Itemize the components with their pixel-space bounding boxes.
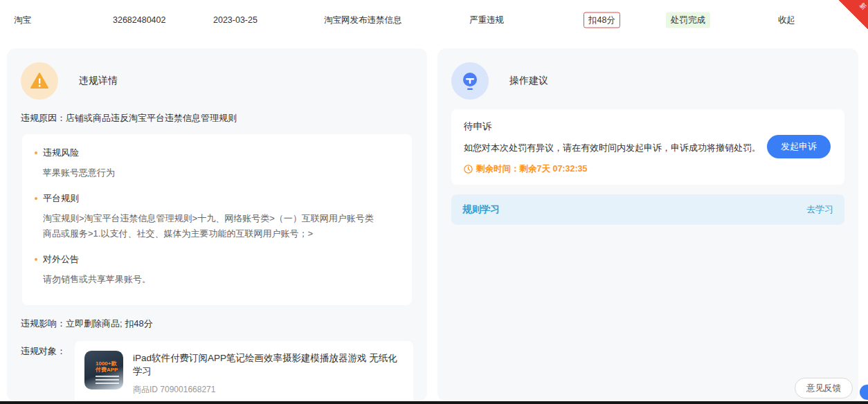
new-ribbon-label: 新 <box>858 1 868 12</box>
platform-rule-section: 平台规则 淘宝规则>淘宝平台违禁信息管理规则>十九、网络账号类>（一）互联网用户… <box>35 192 399 241</box>
appeal-description: 如您对本次处罚有异议，请在有效时间内发起申诉，申诉成功将撤销处罚。 <box>464 141 768 155</box>
appeal-countdown: 剩余时间： 剩余7天 07:32:35 <box>464 163 832 175</box>
bullet-dot-icon <box>35 258 37 261</box>
violation-detail-panel: 违规详情 违规原因：店铺或商品违反淘宝平台违禁信息管理规则 违规风险 苹果账号恶… <box>7 48 427 401</box>
platform-name: 淘宝 <box>14 15 31 26</box>
risk-section-text: 苹果账号恶意行为 <box>35 165 381 180</box>
violation-reason-line: 违规原因：店铺或商品违反淘宝平台违禁信息管理规则 <box>7 109 427 134</box>
suggestion-panel-header: 操作建议 <box>437 48 858 109</box>
appeal-status: 待申诉 <box>464 120 832 133</box>
clock-icon <box>464 165 473 174</box>
violation-object-label: 违规对象： <box>21 341 75 401</box>
go-learn-link[interactable]: 去学习 <box>806 203 833 216</box>
rules-learning-bar: 规则学习 去学习 <box>451 194 844 225</box>
violation-object-row: 违规对象： 1000+款 付费APP iPad软件付费订阅APP笔记绘画效率摄影… <box>7 330 427 401</box>
thumbnail-text-line2: 付费APP <box>96 367 118 374</box>
bullet-dot-icon <box>35 197 37 200</box>
penalty-status-badge: 处罚完成 <box>666 12 710 28</box>
record-id: 32682480402 <box>113 15 165 25</box>
platform-rule-label: 平台规则 <box>43 192 79 205</box>
new-corner-ribbon: 新 <box>839 0 868 29</box>
violation-impact-text: 立即删除商品; 扣48分 <box>66 318 153 329</box>
window-bottom-edge <box>0 401 868 404</box>
warning-icon <box>21 62 58 100</box>
product-id: 商品ID 709001668271 <box>133 384 404 396</box>
operation-suggestion-panel: 操作建议 待申诉 如您对本次处罚有异议，请在有效时间内发起申诉，申诉成功将撤销处… <box>437 48 858 401</box>
bullet-dot-icon <box>35 152 37 154</box>
product-thumbnail: 1000+款 付费APP <box>84 351 123 389</box>
public-notice-label: 对外公告 <box>43 253 79 266</box>
violation-reason-label: 违规原因： <box>21 113 66 123</box>
rules-learning-title: 规则学习 <box>462 203 500 216</box>
public-notice-section: 对外公告 请勿销售或共享苹果账号。 <box>35 253 399 286</box>
violation-detail-card: 违规风险 苹果账号恶意行为 平台规则 淘宝规则>淘宝平台违禁信息管理规则>十九、… <box>22 134 412 305</box>
risk-section: 违规风险 苹果账号恶意行为 <box>35 147 399 180</box>
start-appeal-button[interactable]: 发起申诉 <box>767 135 831 158</box>
feedback-button[interactable]: 意见反馈 <box>795 378 853 398</box>
product-card[interactable]: 1000+款 付费APP iPad软件付费订阅APP笔记绘画效率摄影建模播放器游… <box>75 341 413 401</box>
violation-date: 2023-03-25 <box>213 15 257 25</box>
violation-reason-text: 店铺或商品违反淘宝平台违禁信息管理规则 <box>66 113 237 123</box>
violation-detail-page: 淘宝 32682480402 2023-03-25 淘宝网发布违禁信息 严重违规… <box>0 0 868 404</box>
violation-impact-label: 违规影响： <box>21 318 66 329</box>
floating-help-button[interactable] <box>860 385 868 400</box>
severity-level: 严重违规 <box>469 15 504 26</box>
countdown-label: 剩余时间： <box>476 163 520 175</box>
risk-section-label: 违规风险 <box>43 147 79 159</box>
lightbulb-icon <box>451 62 489 100</box>
violation-impact-line: 违规影响：立即删除商品; 扣48分 <box>7 305 427 330</box>
product-title: iPad软件付费订阅APP笔记绘画效率摄影建模播放器游戏 无纸化学习 <box>133 352 404 378</box>
appeal-card: 待申诉 如您对本次处罚有异议，请在有效时间内发起申诉，申诉成功将撤销处罚。 剩余… <box>451 109 844 185</box>
countdown-value: 剩余7天 07:32:35 <box>520 163 588 175</box>
violation-panel-title: 违规详情 <box>79 75 118 87</box>
violation-panel-header: 违规详情 <box>7 48 427 109</box>
violation-summary-row: 淘宝 32682480402 2023-03-25 淘宝网发布违禁信息 严重违规… <box>0 0 868 40</box>
public-notice-text: 请勿销售或共享苹果账号。 <box>35 272 381 286</box>
violation-type: 淘宝网发布违禁信息 <box>324 15 402 26</box>
platform-rule-text: 淘宝规则>淘宝平台违禁信息管理规则>十九、网络账号类>（一）互联网用户账号类商品… <box>35 211 381 241</box>
thumbnail-list-decoration <box>96 376 119 385</box>
suggestion-panel-title: 操作建议 <box>509 75 548 87</box>
collapse-link[interactable]: 收起 <box>778 15 795 26</box>
points-deduction-badge: 扣48分 <box>584 12 620 28</box>
